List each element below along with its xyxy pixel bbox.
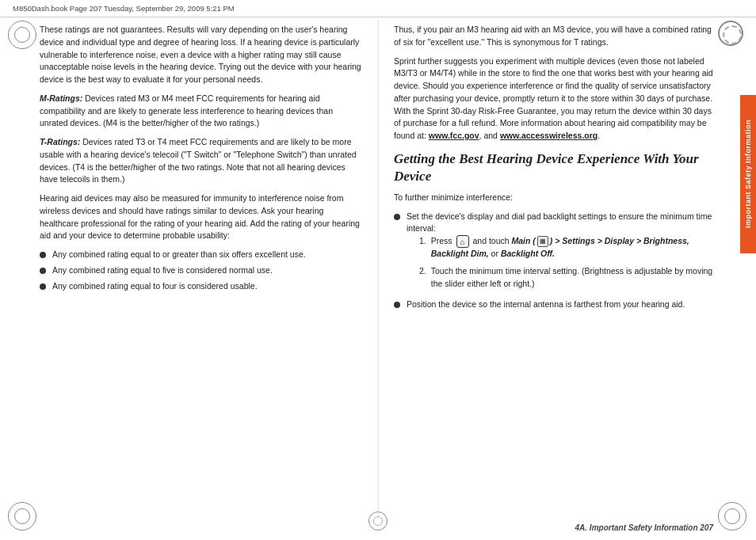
t-rating-text: Devices rated T3 or T4 meet FCC requirem… [40, 137, 357, 184]
left-bullet-2-text: Any combined rating equal to five is con… [52, 264, 273, 277]
right-bullet-1: Set the device's display and dial pad ba… [394, 211, 716, 295]
link-fcc: www.fcc.gov [429, 131, 479, 140]
corner-circle-bl [8, 502, 36, 530]
bullet-dot-2 [40, 268, 46, 274]
top-bar: M850Dash.book Page 207 Tuesday, Septembe… [0, 0, 756, 17]
left-t-rating: T-Ratings: Devices rated T3 or T4 meet F… [40, 136, 362, 186]
right-para2: Sprint further suggests you experiment w… [394, 55, 716, 143]
left-bullet-3: Any combined rating equal to four is con… [40, 280, 362, 293]
page-divider [378, 21, 379, 519]
step-1-bold2: ) > Settings > Display > Brightness, Bac… [431, 236, 689, 258]
step-1-num: 1. [419, 235, 426, 248]
main-icon: ▦ [537, 236, 548, 247]
right-para2-text: Sprint further suggests you experiment w… [394, 56, 713, 141]
corner-circle-br [718, 502, 746, 530]
t-rating-label: T-Ratings: [40, 137, 80, 146]
link-wireless: www.accesswireless.org [500, 131, 598, 140]
corner-bl [8, 502, 38, 532]
section-heading: Getting the Best Hearing Device Experien… [394, 150, 716, 185]
gear-circle-tr [718, 21, 743, 46]
corner-tr [718, 21, 748, 51]
home-button-icon: ⌂ [456, 235, 469, 248]
step-1-last: Backlight Off. [501, 249, 555, 258]
and-text: and [482, 131, 500, 140]
page-container: M850Dash.book Page 207 Tuesday, Septembe… [0, 0, 756, 540]
step-1-content: Press ⌂ and touch Main (▦) > Settings > … [431, 235, 716, 260]
side-tab-text: Important Safety Information [744, 120, 752, 228]
step-1-end: or [489, 249, 501, 258]
step-1: 1. Press ⌂ and touch Main (▦) > Settings… [419, 235, 716, 260]
right-para1: Thus, if you pair an M3 hearing aid with… [394, 24, 716, 49]
m-rating-text: Devices rated M3 or M4 meet FCC requirem… [40, 93, 333, 128]
to-further-para: To further minimize interference: [394, 192, 716, 204]
period: . [598, 131, 600, 140]
top-bar-text: M850Dash.book Page 207 Tuesday, Septembe… [13, 4, 235, 13]
left-column: These ratings are not guarantees. Result… [40, 24, 370, 314]
right-bullet-1-content: Set the device's display and dial pad ba… [407, 211, 716, 295]
corner-tl [8, 21, 38, 51]
corner-br [718, 502, 748, 532]
right-bullet-2-text: Position the device so the internal ante… [407, 299, 685, 311]
right-bullet-1-text: Set the device's display and dial pad ba… [407, 211, 712, 234]
bullet-dot-1 [40, 252, 46, 258]
left-bullet-3-text: Any combined rating equal to four is con… [52, 280, 258, 293]
left-bullet-1: Any combined rating equal to or greater … [40, 249, 362, 261]
footer: 4A. Important Safety Information 207 [575, 523, 713, 532]
step-2: 2. Touch the minimum time interval setti… [419, 265, 716, 291]
step-1-pre: Press [431, 236, 452, 245]
left-m-rating: M-Ratings: Devices rated M3 or M4 meet F… [40, 93, 362, 130]
step-2-text: Touch the minimum time interval setting.… [431, 265, 716, 291]
left-para1: These ratings are not guarantees. Result… [40, 24, 362, 86]
left-para2: Hearing aid devices may also be measured… [40, 192, 362, 242]
right-bullet-dot-1 [394, 214, 400, 220]
step-2-num: 2. [419, 265, 426, 278]
right-column: Thus, if you pair an M3 hearing aid with… [386, 24, 716, 314]
right-bullet-dot-2 [394, 302, 400, 308]
corner-circle-tl [8, 21, 36, 49]
step-1-mid: and touch [472, 236, 511, 245]
left-bullet-2: Any combined rating equal to five is con… [40, 264, 362, 277]
m-rating-label: M-Ratings: [40, 93, 82, 103]
bullet-dot-3 [40, 283, 46, 290]
step-1-bold: Main ( [512, 236, 536, 245]
side-tab: Important Safety Information [740, 95, 756, 253]
right-bullet-2: Position the device so the internal ante… [394, 299, 716, 311]
left-bullet-1-text: Any combined rating equal to or greater … [52, 249, 306, 261]
